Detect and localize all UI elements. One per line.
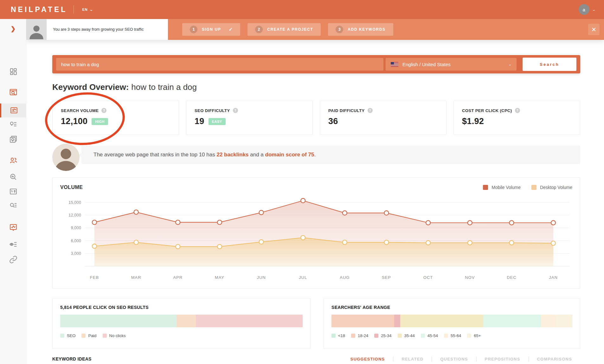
step-number: 2 xyxy=(255,26,263,33)
keyword-search-bar: English / United States ⌄ Search xyxy=(52,55,580,73)
tab-suggestions[interactable]: SUGGESTIONS xyxy=(342,357,393,361)
metric-label: SEO DIFFICULTY xyxy=(195,108,230,113)
svg-text:NOV: NOV xyxy=(465,275,475,280)
bar-segment-no-clicks xyxy=(196,315,303,327)
bar-segment-25-34 xyxy=(394,315,400,327)
chevron-right-icon: ❯ xyxy=(11,25,16,32)
legend-item: 45-54 xyxy=(421,333,438,338)
clicks-stacked-bar[interactable] xyxy=(60,315,303,327)
page-title-keyword: how to train a dog xyxy=(131,82,197,92)
age-range-panel: SEARCHERS' AGE RANGE <1818-2425-3435-444… xyxy=(324,298,580,349)
top-navigation-bar: NEILPATEL EN ⌄ a ⌄ xyxy=(0,0,604,19)
legend-item: No clicks xyxy=(103,333,126,338)
page-title: Keyword Overview:how to train a dog xyxy=(52,82,197,92)
language-country-select[interactable]: English / United States ⌄ xyxy=(385,58,517,71)
sidebar-item-keyword-ideas[interactable] xyxy=(0,117,26,131)
metric-value: 12,100 xyxy=(61,116,87,126)
chart-title: VOLUME xyxy=(60,185,83,190)
bar-segment-seo xyxy=(60,315,177,327)
svg-text:MAR: MAR xyxy=(131,275,141,280)
neilpatel-logo[interactable]: NEILPATEL xyxy=(11,5,67,14)
panel-title: 5,814 PEOPLE CLICK ON SEO RESULTS xyxy=(60,305,303,310)
dashboard-grid-icon xyxy=(9,67,17,76)
onboarding-banner: You are 3 steps away from growing your S… xyxy=(26,19,604,40)
browser-search-icon xyxy=(9,88,17,96)
status-badge: HIGH xyxy=(92,118,108,125)
info-icon[interactable]: ? xyxy=(233,108,238,113)
account-chevron-down-icon[interactable]: ⌄ xyxy=(592,8,596,11)
sidebar-item-backlinks[interactable] xyxy=(0,253,26,267)
sidebar-item-keyword-overview-active[interactable] xyxy=(0,104,26,117)
page-title-label: Keyword Overview: xyxy=(52,82,129,92)
language-country-label: English / United States xyxy=(402,62,451,67)
bar-segment-18-24 xyxy=(331,315,394,327)
domain-score-highlight: domain score of 75 xyxy=(265,152,314,158)
legend-item: 35-44 xyxy=(398,333,415,338)
onboarding-message-card: You are 3 steps away from growing your S… xyxy=(26,19,168,40)
bar-segment-65- xyxy=(557,315,572,327)
panel-title: SEARCHERS' AGE RANGE xyxy=(331,305,572,310)
sidebar-item-rank-tracking[interactable] xyxy=(0,220,26,234)
sidebar-item-keyword-visibility[interactable] xyxy=(0,237,26,251)
user-avatar[interactable]: a xyxy=(579,4,589,15)
sidebar-item-site-audit[interactable] xyxy=(0,170,26,184)
monitor-wave-icon xyxy=(9,223,17,231)
step-number: 1 xyxy=(190,26,197,33)
sidebar-expand-button[interactable]: ❯ xyxy=(0,22,26,35)
check-icon: ✓ xyxy=(229,27,233,32)
onboarding-step-1[interactable]: 1SIGN UP✓ xyxy=(182,23,240,36)
keyword-ideas-header: KEYWORD IDEAS SUGGESTIONSRELATEDQUESTION… xyxy=(52,356,580,361)
browser-upload-icon xyxy=(9,187,17,196)
search-button[interactable]: Search xyxy=(523,58,576,71)
seo-difficulty-card: SEO DIFFICULTY ? 19 EASY xyxy=(186,101,313,135)
bar-segment-paid xyxy=(177,315,196,327)
magnifier-list-icon xyxy=(9,202,17,210)
svg-text:SEP: SEP xyxy=(382,275,391,280)
info-icon[interactable]: ? xyxy=(101,108,106,113)
tab-questions[interactable]: QUESTIONS xyxy=(432,357,476,361)
info-icon[interactable]: ? xyxy=(515,108,520,113)
bar-segment-35-44 xyxy=(400,315,483,327)
language-switcher[interactable]: EN ⌄ xyxy=(82,8,93,11)
svg-text:AUG: AUG xyxy=(340,275,350,280)
svg-text:6,000: 6,000 xyxy=(71,238,81,243)
close-icon[interactable]: ✕ xyxy=(588,24,600,35)
volume-area-chart[interactable]: 3,0006,0009,00012,00015,000FEBMARAPRMAYJ… xyxy=(60,193,573,286)
lightbulb-square-icon xyxy=(9,135,17,143)
logo-divider xyxy=(74,5,74,14)
tab-related[interactable]: RELATED xyxy=(393,357,432,361)
onboarding-steps: 1SIGN UP✓2CREATE A PROJECT3ADD KEYWORDS xyxy=(182,23,393,36)
age-stacked-bar[interactable] xyxy=(331,315,572,327)
metric-value: 19 xyxy=(195,116,204,126)
legend-item: 55-64 xyxy=(444,333,461,338)
insight-text: The average web page that ranks in the t… xyxy=(81,146,580,164)
keyword-ideas-title: KEYWORD IDEAS xyxy=(52,356,92,361)
step-label: ADD KEYWORDS xyxy=(348,27,385,32)
tab-prepositions[interactable]: PREPOSITIONS xyxy=(477,357,529,361)
onboarding-step-2[interactable]: 2CREATE A PROJECT xyxy=(247,23,321,36)
onboarding-step-3[interactable]: 3ADD KEYWORDS xyxy=(328,23,393,36)
sidebar-item-traffic-estimation[interactable] xyxy=(0,185,26,198)
step-label: CREATE A PROJECT xyxy=(267,27,313,32)
onboarding-message: You are 3 steps away from growing your S… xyxy=(53,27,148,32)
svg-text:12,000: 12,000 xyxy=(68,213,81,217)
tab-comparisons[interactable]: COMPARISONS xyxy=(529,357,580,361)
svg-text:MAY: MAY xyxy=(215,275,224,280)
sidebar-item-dashboard[interactable] xyxy=(0,65,26,78)
svg-text:15,000: 15,000 xyxy=(68,200,81,205)
sidebar-item-keyword-lists[interactable] xyxy=(0,199,26,213)
metric-cards-row: SEARCH VOLUME ? 12,100 HIGH SEO DIFFICUL… xyxy=(52,101,580,135)
cpc-card: COST PER CLICK (CPC) ? $1.92 xyxy=(453,101,580,135)
search-volume-card: SEARCH VOLUME ? 12,100 HIGH xyxy=(52,101,179,135)
sidebar-item-content-ideas[interactable] xyxy=(0,132,26,146)
sidebar-item-site-overview[interactable] xyxy=(0,85,26,99)
chevron-down-icon: ⌄ xyxy=(89,8,93,11)
sidebar-item-competitor-analysis[interactable] xyxy=(0,154,26,167)
step-label: SIGN UP xyxy=(202,27,221,32)
info-icon[interactable]: ? xyxy=(368,108,373,113)
legend-item: 18-24 xyxy=(351,333,368,338)
keyword-overview-page: NEILPATEL EN ⌄ a ⌄ ❯ xyxy=(0,0,604,364)
paid-difficulty-card: PAID DIFFICULTY ? 36 xyxy=(320,101,447,135)
seo-clicks-panel: 5,814 PEOPLE CLICK ON SEO RESULTS SEOPai… xyxy=(52,298,311,349)
search-input[interactable] xyxy=(56,58,383,71)
